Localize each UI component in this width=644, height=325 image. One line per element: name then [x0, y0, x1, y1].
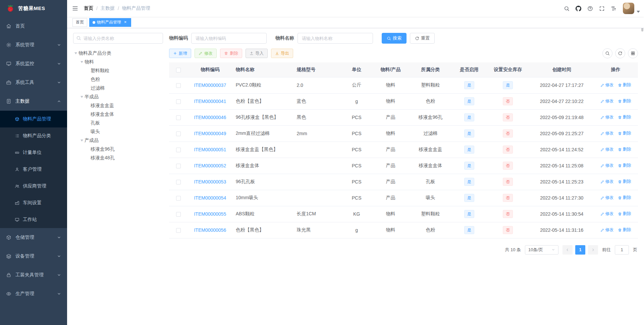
row-edit-button[interactable]: 修改: [600, 179, 614, 184]
sidebar-item-material-product-mgmt[interactable]: 物料产品管理: [0, 111, 67, 127]
tree-node[interactable]: 塑料颗粒: [73, 66, 163, 75]
tree-node[interactable]: 半成品: [73, 93, 163, 101]
tree-node[interactable]: 移液盒96孔: [73, 145, 163, 154]
material-code-link[interactable]: ITEM00000055: [194, 211, 226, 217]
refresh-table-button[interactable]: [615, 48, 625, 58]
prev-page-button[interactable]: [562, 245, 573, 255]
material-code-link[interactable]: ITEM00000046: [194, 115, 226, 120]
tree-node[interactable]: 移液盒48孔: [73, 154, 163, 162]
material-code-link[interactable]: ITEM00000054: [194, 195, 226, 201]
sidebar-item-system-mgmt[interactable]: 系统管理: [0, 36, 67, 54]
row-checkbox[interactable]: [176, 180, 181, 184]
material-code-link[interactable]: ITEM00000056: [194, 227, 226, 233]
sidebar-item-material-product-category[interactable]: 物料产品分类: [0, 127, 67, 144]
sidebar-item-supplier-mgmt[interactable]: 供应商管理: [0, 178, 67, 195]
row-checkbox[interactable]: [176, 148, 181, 152]
row-edit-button[interactable]: 修改: [600, 147, 614, 152]
row-delete-button[interactable]: 删除: [618, 195, 631, 201]
tree-node[interactable]: 移液盒盒体: [73, 110, 163, 119]
row-checkbox[interactable]: [176, 164, 181, 168]
row-edit-button[interactable]: 修改: [600, 114, 614, 120]
row-checkbox[interactable]: [176, 115, 181, 120]
reset-button[interactable]: 重置: [410, 33, 435, 44]
sidebar-item-production-mgmt[interactable]: 生产管理: [0, 284, 67, 303]
row-checkbox[interactable]: [176, 212, 181, 217]
font-size-icon[interactable]: [608, 0, 620, 17]
search-button[interactable]: 搜索: [382, 33, 407, 44]
material-code-link[interactable]: ITEM00000052: [194, 163, 226, 168]
github-icon[interactable]: [573, 0, 584, 17]
category-search-input[interactable]: [73, 33, 163, 44]
breadcrumb-home[interactable]: 首页: [84, 5, 93, 11]
header-search-icon[interactable]: [561, 0, 573, 17]
hamburger-icon[interactable]: [67, 0, 83, 17]
next-page-button[interactable]: [588, 245, 598, 255]
row-checkbox[interactable]: [176, 196, 181, 201]
row-edit-button[interactable]: 修改: [600, 130, 614, 136]
row-delete-button[interactable]: 删除: [618, 179, 631, 184]
tree-node[interactable]: 吸头: [73, 127, 163, 136]
row-edit-button[interactable]: 修改: [600, 98, 614, 104]
page-number-button[interactable]: 1: [575, 245, 585, 255]
toggle-search-button[interactable]: [602, 48, 612, 58]
sidebar-item-master-data[interactable]: 主数据: [0, 92, 67, 111]
row-edit-button[interactable]: 修改: [600, 227, 614, 233]
sidebar-item-workstation[interactable]: 工作站: [0, 211, 67, 228]
sidebar-item-warehouse-mgmt[interactable]: 仓储管理: [0, 228, 67, 247]
delete-button[interactable]: 删除: [220, 49, 242, 58]
goto-page-input[interactable]: [615, 245, 629, 255]
row-delete-button[interactable]: 删除: [618, 211, 631, 217]
question-icon[interactable]: [584, 0, 596, 17]
row-edit-button[interactable]: 修改: [600, 163, 614, 168]
material-code-link[interactable]: ITEM00000049: [194, 131, 226, 136]
tree-node[interactable]: 产成品: [73, 136, 163, 145]
columns-toggle-button[interactable]: [628, 48, 638, 58]
row-delete-button[interactable]: 删除: [618, 147, 631, 152]
row-delete-button[interactable]: 删除: [618, 227, 631, 233]
material-code-link[interactable]: ITEM00000053: [194, 179, 226, 184]
row-delete-button[interactable]: 删除: [618, 114, 631, 120]
row-checkbox[interactable]: [176, 83, 181, 88]
row-checkbox[interactable]: [176, 228, 181, 233]
material-code-link[interactable]: ITEM00000037: [194, 83, 226, 88]
material-code-link[interactable]: ITEM00000051: [194, 147, 226, 152]
material-name-input[interactable]: [298, 33, 373, 44]
material-code-link[interactable]: ITEM00000041: [194, 99, 226, 104]
row-delete-button[interactable]: 删除: [618, 130, 631, 136]
sidebar-item-system-monitor[interactable]: 系统监控: [0, 54, 67, 73]
tree-node[interactable]: 移液盒盒盖: [73, 101, 163, 110]
row-checkbox[interactable]: [176, 99, 181, 104]
row-delete-button[interactable]: 删除: [618, 163, 631, 168]
row-edit-button[interactable]: 修改: [600, 82, 614, 88]
sidebar-item-measure-unit[interactable]: 计量单位: [0, 144, 67, 161]
select-all-checkbox[interactable]: [176, 68, 181, 72]
tree-node[interactable]: 孔板: [73, 119, 163, 127]
edit-button[interactable]: 修改: [195, 49, 217, 58]
app-logo[interactable]: 苦糖果MES: [0, 0, 67, 17]
material-code-input[interactable]: [191, 33, 267, 44]
tab-material-product-mgmt[interactable]: 物料产品管理 ×: [89, 18, 131, 27]
sidebar-item-equipment-mgmt[interactable]: 设备管理: [0, 247, 67, 266]
avatar[interactable]: [623, 3, 634, 14]
sidebar-item-system-tools[interactable]: 系统工具: [0, 73, 67, 92]
row-checkbox[interactable]: [176, 131, 181, 136]
sidebar-item-home[interactable]: 首页: [0, 17, 67, 36]
tree-node[interactable]: 色粉: [73, 75, 163, 84]
row-delete-button[interactable]: 删除: [618, 82, 631, 88]
sidebar-item-customer-mgmt[interactable]: 客户管理: [0, 161, 67, 178]
close-icon[interactable]: ×: [123, 20, 128, 25]
tree-node[interactable]: 物料及产品分类: [73, 49, 163, 58]
sidebar-item-fixture-mgmt[interactable]: 工装夹具管理: [0, 266, 67, 284]
row-edit-button[interactable]: 修改: [600, 211, 614, 217]
tree-node[interactable]: 过滤棉: [73, 84, 163, 93]
import-button[interactable]: 导入: [246, 49, 268, 58]
user-menu[interactable]: [623, 0, 640, 17]
page-size-select[interactable]: 10条/页: [525, 245, 558, 255]
add-button[interactable]: 新增: [169, 49, 191, 58]
tree-node[interactable]: 物料: [73, 58, 163, 66]
export-button[interactable]: 导出: [271, 49, 293, 58]
row-delete-button[interactable]: 删除: [618, 98, 631, 104]
tab-home[interactable]: 首页: [72, 18, 87, 27]
sidebar-item-workshop-settings[interactable]: 车间设置: [0, 195, 67, 211]
row-edit-button[interactable]: 修改: [600, 195, 614, 201]
